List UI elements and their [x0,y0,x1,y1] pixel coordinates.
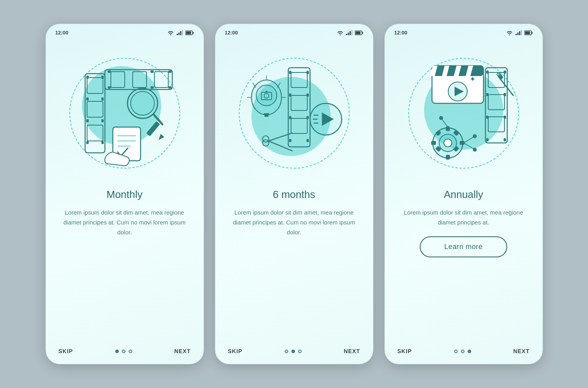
next-btn-1[interactable]: NEXT [174,348,190,354]
svg-rect-46 [291,72,307,87]
svg-rect-1 [178,32,179,35]
illustration-monthly [46,38,204,188]
svg-point-119 [473,134,477,138]
svg-point-72 [263,140,269,146]
svg-rect-45 [288,68,310,147]
svg-rect-79 [517,32,518,35]
svg-rect-99 [486,116,489,119]
svg-rect-11 [86,76,89,79]
svg-text:✦: ✦ [476,70,479,74]
svg-rect-84 [525,31,530,34]
status-bar-1: 12:00 [46,24,204,38]
battery-icon [355,30,363,35]
svg-rect-14 [86,141,89,144]
svg-rect-48 [291,118,307,133]
main-container: 12:00 [46,24,543,364]
svg-rect-2 [180,31,181,35]
svg-rect-5 [192,32,194,34]
time-2: 12:00 [225,30,238,36]
bottom-nav-3: SKIP NEXT [385,348,542,364]
svg-rect-16 [101,97,104,101]
svg-line-120 [464,143,474,149]
svg-point-109 [444,139,452,147]
dot-1-3 [129,350,132,353]
status-bar-2: 12:00 [215,24,373,38]
status-icons-2 [337,30,363,35]
svg-line-124 [499,78,513,95]
next-btn-3[interactable]: NEXT [513,348,529,354]
content-monthly: Monthly Lorem ipsum dolor sit dim amet, … [46,188,204,246]
svg-rect-54 [306,93,309,97]
bottom-nav-2: SKIP NEXT [215,348,373,364]
svg-rect-101 [504,70,506,74]
content-annually: Annually Lorem ipsum dolor sit dim amet,… [385,188,542,266]
svg-rect-3 [182,30,183,35]
content-6months: 6 months Lorem ipsum dolor sit dim amet,… [215,188,373,246]
svg-rect-50 [289,93,291,97]
svg-rect-40 [350,31,351,35]
svg-rect-100 [486,138,489,141]
skip-btn-3[interactable]: SKIP [398,348,412,354]
svg-point-58 [256,85,277,106]
svg-point-126 [497,73,500,76]
svg-rect-63 [265,115,268,117]
svg-rect-55 [306,116,309,119]
svg-point-30 [131,91,154,115]
svg-rect-102 [504,93,506,96]
skip-btn-2[interactable]: SKIP [228,348,243,354]
svg-rect-47 [291,95,307,110]
signal-icon [177,30,183,35]
svg-rect-15 [101,76,104,79]
svg-rect-103 [504,116,506,119]
svg-rect-8 [87,78,103,93]
svg-marker-33 [156,134,164,141]
svg-rect-53 [306,71,309,74]
dot-3-2 [461,350,464,353]
svg-rect-95 [488,95,504,110]
signal-icon [516,30,522,35]
svg-rect-41 [351,30,352,35]
dot-3-1 [454,350,458,353]
title-6months: 6 months [228,188,360,201]
wifi-icon [167,30,174,35]
bottom-nav-1: SKIP NEXT [46,348,204,364]
svg-rect-21 [133,72,147,87]
svg-rect-56 [306,139,309,142]
status-icons-1 [167,30,194,35]
svg-rect-49 [289,71,291,74]
title-annually: Annually [398,188,530,201]
illustration-6months [215,38,373,188]
illustration-annually: ✦ ✦ [385,38,542,188]
svg-rect-22 [154,72,168,87]
svg-rect-43 [362,32,363,34]
annually-illustration-svg: ✦ ✦ [408,54,519,173]
signal-icon [346,30,352,35]
svg-rect-6 [186,31,191,34]
status-bar-3: 12:00 [385,24,542,38]
svg-rect-18 [101,141,104,144]
svg-rect-38 [346,34,347,35]
svg-rect-25 [150,70,154,73]
phone-card-monthly: 12:00 [46,24,204,364]
svg-rect-39 [348,32,349,35]
wifi-icon [337,30,344,35]
svg-rect-12 [86,97,89,101]
svg-line-118 [464,137,474,143]
svg-rect-97 [486,70,489,74]
wifi-icon [506,30,513,35]
svg-rect-80 [519,31,520,35]
svg-rect-111 [446,155,450,160]
learn-more-button[interactable]: Learn more [420,236,507,257]
svg-rect-98 [486,93,489,96]
skip-btn-1[interactable]: SKIP [59,348,73,354]
svg-rect-62 [264,113,269,115]
dots-2 [285,350,302,353]
next-btn-2[interactable]: NEXT [344,348,360,354]
svg-rect-20 [111,72,125,87]
svg-line-122 [442,119,448,127]
dot-2-2 [291,350,295,353]
svg-rect-81 [521,30,522,35]
svg-rect-19 [105,70,172,89]
svg-rect-44 [355,31,360,34]
svg-point-123 [439,116,443,120]
